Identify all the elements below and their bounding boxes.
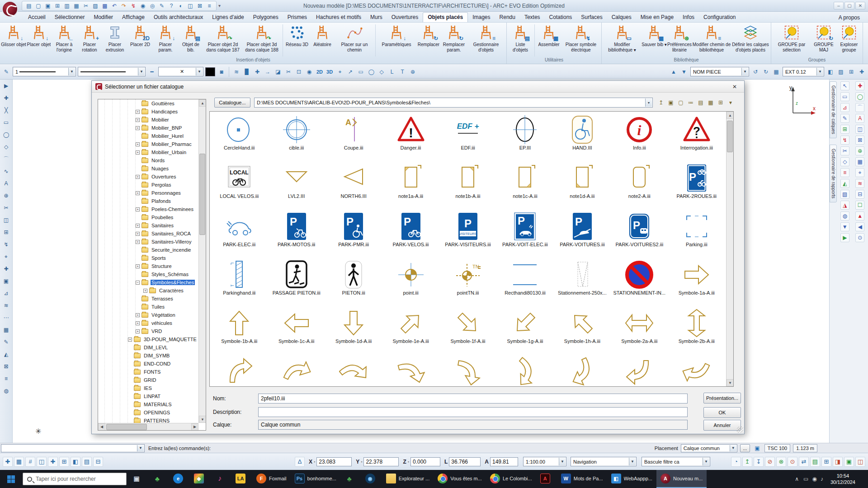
symbol-item[interactable]	[668, 355, 725, 387]
status-tool-icon[interactable]: ⊗	[776, 457, 786, 467]
color-swatch[interactable]	[205, 67, 215, 76]
taskbar-app-button[interactable]: ♣	[340, 470, 361, 488]
symbol-item[interactable]: PARK-VISITEURS.iii	[439, 210, 496, 258]
expand-toggle-icon[interactable]	[128, 354, 132, 358]
panel-tool-icon[interactable]: ◫	[855, 125, 864, 134]
panel-tool-icon[interactable]: ▶	[840, 233, 849, 242]
tool-icon[interactable]: ⊞	[2, 228, 11, 237]
menu-tab[interactable]: Textes	[520, 13, 545, 22]
expand-toggle-icon[interactable]: +	[143, 289, 147, 293]
tree-item[interactable]: Sports	[98, 254, 198, 262]
y-coordinate-field[interactable]: 22.378	[363, 457, 399, 466]
tree-item[interactable]: + Végétation	[98, 311, 198, 319]
taskbar-app-button[interactable]: e	[169, 470, 190, 488]
expand-toggle-icon[interactable]	[136, 216, 140, 220]
toolbar-icon[interactable]: ◪	[274, 67, 283, 76]
catalog-toolbar-icon[interactable]: ▾	[726, 98, 735, 107]
minimize-button[interactable]: –	[834, 2, 844, 9]
quick-access-icon[interactable]: ▩	[101, 2, 109, 10]
panel-tool-icon[interactable]: ⌒	[855, 103, 864, 112]
symbol-item[interactable]	[554, 355, 611, 387]
tray-icon[interactable]: ◉	[812, 476, 816, 482]
presentation-button[interactable]: Présentation...	[703, 393, 741, 404]
expand-toggle-icon[interactable]	[136, 256, 140, 260]
panel-tool-icon[interactable]: ↖	[840, 81, 849, 90]
taskbar-app-button[interactable]: ◧ WebAappp...	[607, 470, 656, 488]
tool-icon[interactable]: ▣	[2, 277, 11, 286]
ribbon-button[interactable]: ▦ Assembler	[536, 23, 561, 47]
ribbon-button[interactable]: + Placer rotation	[77, 23, 102, 52]
expand-toggle-icon[interactable]	[128, 419, 132, 423]
symbol-item[interactable]: note1c-A.iii	[496, 162, 553, 210]
symbol-item[interactable]: LVL2.III	[268, 162, 325, 210]
expand-toggle-icon[interactable]	[128, 386, 132, 390]
toolbar-icon[interactable]: →	[263, 67, 272, 76]
symbol-item[interactable]: Coupe.iii	[325, 113, 382, 162]
catalog-toolbar-icon[interactable]: ⊞	[716, 98, 725, 107]
cancel-button[interactable]: Annuler	[703, 420, 741, 431]
menu-tab[interactable]: Calques	[607, 13, 636, 22]
quick-access-icon[interactable]: ?	[167, 2, 175, 10]
line-style-combo[interactable]: ▼	[78, 67, 146, 76]
tree-item[interactable]: Securite_incendie	[98, 246, 198, 254]
tree-item[interactable]: + VRD	[98, 327, 198, 335]
ribbon-button[interactable]: Placer sur un chemin	[335, 23, 374, 52]
ribbon-button[interactable]: Réseau 3D	[284, 23, 310, 47]
quick-access-icon[interactable]: ≡	[205, 2, 213, 10]
toolbar-icon[interactable]: ▦	[772, 67, 781, 76]
tray-icon[interactable]: ▭	[803, 476, 808, 482]
menu-tab[interactable]: Modifier	[89, 13, 118, 22]
ribbon-button[interactable]: ≡ Gestionnaire d'objets	[467, 23, 505, 52]
symbol-item[interactable]: note2-A.iii	[611, 162, 668, 210]
menu-tab[interactable]: Configuration	[699, 13, 740, 22]
symbol-item[interactable]: Symbole-1h-A.iii	[554, 307, 611, 355]
menu-tab[interactable]: Infos	[678, 13, 699, 22]
expand-toggle-icon[interactable]	[136, 134, 140, 138]
menu-about[interactable]: A propos	[835, 13, 863, 22]
tool-icon[interactable]: ⊠	[2, 362, 11, 371]
tree-item[interactable]: DIM_SYMB	[98, 352, 198, 360]
fill-bucket-icon[interactable]: ◙	[217, 67, 226, 76]
menu-tab[interactable]: Sélectionner	[50, 13, 90, 22]
symbol-item[interactable]: Stationnement-250x...	[554, 258, 611, 307]
status-tool-icon[interactable]: ▣	[844, 457, 854, 467]
panel-tool-icon[interactable]: ⊞	[840, 125, 849, 134]
description-input[interactable]	[258, 407, 688, 417]
status-tool-icon[interactable]: ⊞	[59, 457, 69, 467]
menu-tab[interactable]: Outils architecturaux	[149, 13, 208, 22]
symbol-item[interactable]: Parking.iii	[668, 210, 725, 258]
quick-access-icon[interactable]: ◐	[177, 2, 185, 10]
taskbar-app-button[interactable]: Le Colombi...	[486, 470, 536, 488]
menu-tab[interactable]: Affichage	[118, 13, 149, 22]
quick-access-icon[interactable]: ⊞	[53, 2, 61, 10]
tree-item[interactable]: PATTERNS	[98, 417, 198, 423]
reports-manager-tab[interactable]: Gestionnaire de rapports	[830, 145, 837, 202]
expand-toggle-icon[interactable]: +	[136, 118, 140, 122]
ribbon-button[interactable]: ▤ Liste d'objets	[508, 23, 533, 52]
toolbar-icon[interactable]: ⊕	[408, 67, 417, 76]
symbol-item[interactable]: cible.iii	[268, 113, 325, 162]
symbol-item[interactable]: Symbole-1f-A.iii	[439, 307, 496, 355]
tree-item[interactable]: + 3D-POUR_MAQUETTE	[98, 335, 198, 343]
symbol-item[interactable]: PARK-ELEC.iii	[211, 210, 268, 258]
tool-icon[interactable]: ◯	[2, 130, 11, 139]
tool-icon[interactable]: ⊕	[2, 191, 11, 200]
status-tool-icon[interactable]: ⊘	[765, 457, 775, 467]
symbol-item[interactable]: Interrogation.iii	[668, 113, 725, 162]
taskbar-app-button[interactable]: A Nouveau m...	[656, 470, 707, 488]
grid-vertical-scrollbar[interactable]: ▲ ▼	[726, 112, 733, 386]
expand-toggle-icon[interactable]: +	[136, 232, 140, 236]
tree-item[interactable]: + véhicules	[98, 319, 198, 327]
layer-combo[interactable]: 1 ▼	[13, 67, 76, 76]
delta-toggle-icon[interactable]: Δ	[295, 457, 305, 467]
room-name-combo[interactable]: NOM PIECE▼	[690, 67, 749, 76]
toolbar-icon[interactable]: ✚	[253, 67, 262, 76]
panel-tool-icon[interactable]: ◭	[840, 179, 849, 188]
hatch-combo[interactable]: ✕▼	[158, 67, 203, 76]
quick-access-icon[interactable]: ◎	[148, 2, 156, 10]
panel-tool-icon[interactable]: ▧	[840, 190, 849, 199]
tree-item[interactable]: Styles_Schémas	[98, 270, 198, 278]
2d-button[interactable]: 2D	[316, 69, 324, 75]
toolbar-icon[interactable]: ▨	[836, 67, 845, 76]
taskbar-app-button[interactable]: LA	[231, 470, 252, 488]
